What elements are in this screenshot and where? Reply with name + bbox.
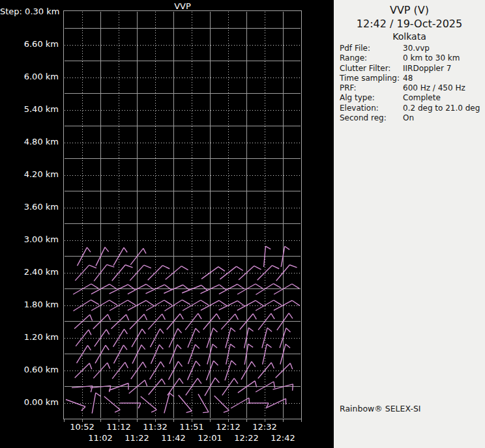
wind-barb xyxy=(66,400,85,411)
info-value: 600 Hz / 450 Hz xyxy=(403,83,482,93)
info-row: Range:0 km to 30 km xyxy=(340,53,482,63)
x-axis-label: 12:12 xyxy=(209,422,248,432)
x-axis-label: 11:51 xyxy=(172,422,211,432)
info-row: Time sampling:48 xyxy=(340,74,482,83)
wind-barb xyxy=(141,397,157,412)
info-value: On xyxy=(403,113,482,123)
y-axis-label: 1.80 km xyxy=(0,300,59,309)
y-axis-label: 2.40 km xyxy=(0,267,59,277)
wind-barb xyxy=(198,394,209,412)
panel-site: Kolkata xyxy=(334,31,485,42)
info-value: IIRDoppler 7 xyxy=(403,64,482,74)
y-axis-label: 3.60 km xyxy=(0,202,59,212)
wind-barb xyxy=(131,362,146,379)
panel-datetime: 12:42 / 19-Oct-2025 xyxy=(334,18,485,30)
wind-barb xyxy=(241,361,256,380)
vvp-window: VVP Step: 0.30 km 6.60 km6.00 km5.40 km4… xyxy=(0,0,485,448)
plot-area[interactable] xyxy=(63,10,302,419)
wind-barb xyxy=(214,396,229,413)
x-axis-label: 11:22 xyxy=(117,433,156,443)
y-axis-label: 0.60 km xyxy=(0,365,59,374)
info-label: Time sampling: xyxy=(340,74,403,83)
y-axis-label: 5.40 km xyxy=(0,104,59,114)
wind-barb xyxy=(113,329,128,346)
wind-barb xyxy=(244,328,254,348)
x-axis-label: 12:01 xyxy=(190,433,229,443)
wind-barb xyxy=(73,300,98,311)
y-axis-label: 6.60 km xyxy=(0,39,59,49)
x-axis-label: 12:32 xyxy=(245,422,284,432)
wind-barb xyxy=(179,395,192,413)
y-axis-label: 1.20 km xyxy=(0,332,59,342)
info-label: Range: xyxy=(340,53,403,63)
y-axis-step-label: Step: 0.30 km xyxy=(0,7,59,16)
y-axis-label: 3.00 km xyxy=(0,234,59,244)
info-value: 30.vvp xyxy=(403,44,482,53)
info-label: Pdf File: xyxy=(340,44,403,53)
info-value: Complete xyxy=(403,93,482,103)
y-axis-label: 6.00 km xyxy=(0,72,59,81)
x-axis-label: 11:42 xyxy=(154,433,193,443)
info-label: Alg type: xyxy=(340,93,403,103)
wind-barb xyxy=(164,300,190,311)
wind-barb xyxy=(104,397,121,412)
info-panel: VVP (V) 12:42 / 19-Oct-2025 Kolkata Pdf … xyxy=(334,0,485,448)
wind-barb xyxy=(120,403,141,408)
info-row: Elevation:0.2 deg to 21.0 deg xyxy=(340,104,482,113)
info-value: 0 km to 30 km xyxy=(403,53,482,63)
x-axis-label: 11:12 xyxy=(99,422,138,432)
x-axis-label: 10:52 xyxy=(63,422,102,432)
brand-footer: Rainbow® SELEX-SI xyxy=(340,404,421,413)
info-row: PRF:600 Hz / 450 Hz xyxy=(340,83,482,93)
y-axis-label: 0.00 km xyxy=(0,397,59,407)
wind-barb xyxy=(72,386,93,393)
x-axis-label: 12:22 xyxy=(227,433,266,443)
info-label: PRF: xyxy=(340,83,403,93)
info-row: Clutter Filter:IIRDoppler 7 xyxy=(340,64,482,74)
x-axis-label: 12:42 xyxy=(263,433,302,443)
y-axis-label: 4.20 km xyxy=(0,169,59,179)
info-row: Alg type:Complete xyxy=(340,93,482,103)
plot-grid-and-barbs xyxy=(64,11,302,428)
wind-barb xyxy=(168,361,182,380)
wind-barb xyxy=(150,361,164,379)
plot-title: VVP xyxy=(64,1,301,11)
info-row: Pdf File:30.vvp xyxy=(340,44,482,53)
info-label: Clutter Filter: xyxy=(340,64,403,74)
y-axis-label: 4.80 km xyxy=(0,137,59,147)
info-label: Second reg: xyxy=(340,113,403,123)
info-row: Second reg:On xyxy=(340,113,482,123)
info-value: 48 xyxy=(403,74,482,83)
wind-barb xyxy=(187,361,200,380)
x-axis-label: 11:32 xyxy=(136,422,175,432)
info-value: 0.2 deg to 21.0 deg xyxy=(403,104,482,113)
info-list: Pdf File:30.vvpRange:0 km to 30 kmClutte… xyxy=(340,44,482,123)
x-axis-label: 11:02 xyxy=(81,433,120,443)
info-label: Elevation: xyxy=(340,104,403,113)
wind-barb xyxy=(95,329,110,346)
panel-title: VVP (V) xyxy=(334,4,485,16)
wind-barb xyxy=(248,403,269,408)
